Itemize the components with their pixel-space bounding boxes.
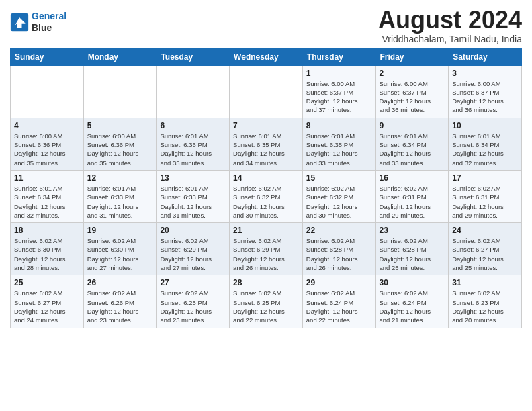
day-number: 9 [380,121,445,130]
day-info: Sunrise: 6:02 AM Sunset: 6:27 PM Dayligh… [452,236,518,272]
calendar-body: 1Sunrise: 6:00 AM Sunset: 6:37 PM Daylig… [11,65,522,328]
day-info: Sunrise: 6:00 AM Sunset: 6:36 PM Dayligh… [87,132,153,167]
calendar-week-row: 1Sunrise: 6:00 AM Sunset: 6:37 PM Daylig… [11,65,522,118]
day-number: 21 [233,226,299,235]
logo: General Blue [10,11,66,34]
day-number: 11 [14,173,80,183]
day-number: 27 [160,278,226,287]
calendar-cell: 26Sunrise: 6:02 AM Sunset: 6:26 PM Dayli… [83,275,157,328]
calendar-cell: 6Sunrise: 6:01 AM Sunset: 6:36 PM Daylig… [157,118,230,170]
calendar-week-row: 11Sunrise: 6:01 AM Sunset: 6:34 PM Dayli… [11,170,522,222]
calendar-cell: 19Sunrise: 6:02 AM Sunset: 6:30 PM Dayli… [83,223,157,275]
weekday-header-cell: Wednesday [230,48,303,65]
day-info: Sunrise: 6:02 AM Sunset: 6:25 PM Dayligh… [160,289,226,324]
calendar-cell: 22Sunrise: 6:02 AM Sunset: 6:28 PM Dayli… [302,223,375,275]
weekday-header-cell: Thursday [302,48,375,65]
calendar-cell: 11Sunrise: 6:01 AM Sunset: 6:34 PM Dayli… [11,170,84,222]
calendar-title: August 2024 [378,7,522,34]
calendar-cell: 16Sunrise: 6:02 AM Sunset: 6:31 PM Dayli… [375,170,449,222]
calendar-subtitle: Vriddhachalam, Tamil Nadu, India [378,34,522,44]
calendar-cell [11,65,84,118]
day-info: Sunrise: 6:02 AM Sunset: 6:28 PM Dayligh… [380,236,445,272]
weekday-header-cell: Sunday [11,48,84,65]
weekday-header-cell: Saturday [449,48,522,65]
day-number: 10 [452,121,518,130]
day-number: 16 [380,173,445,183]
calendar-cell: 29Sunrise: 6:02 AM Sunset: 6:24 PM Dayli… [302,275,375,328]
calendar-cell: 4Sunrise: 6:00 AM Sunset: 6:36 PM Daylig… [11,118,84,170]
calendar-cell: 10Sunrise: 6:01 AM Sunset: 6:34 PM Dayli… [449,118,522,170]
day-info: Sunrise: 6:02 AM Sunset: 6:29 PM Dayligh… [160,236,226,272]
day-info: Sunrise: 6:02 AM Sunset: 6:31 PM Dayligh… [452,184,518,220]
day-info: Sunrise: 6:02 AM Sunset: 6:27 PM Dayligh… [14,289,80,324]
day-info: Sunrise: 6:01 AM Sunset: 6:36 PM Dayligh… [160,132,226,167]
day-info: Sunrise: 6:00 AM Sunset: 6:37 PM Dayligh… [306,79,372,115]
calendar-cell: 24Sunrise: 6:02 AM Sunset: 6:27 PM Dayli… [449,223,522,275]
day-info: Sunrise: 6:01 AM Sunset: 6:33 PM Dayligh… [160,184,226,220]
day-info: Sunrise: 6:01 AM Sunset: 6:34 PM Dayligh… [452,132,518,167]
day-info: Sunrise: 6:02 AM Sunset: 6:24 PM Dayligh… [380,289,445,324]
day-number: 1 [306,68,372,78]
calendar-week-row: 25Sunrise: 6:02 AM Sunset: 6:27 PM Dayli… [11,275,522,328]
calendar-cell [83,65,157,118]
calendar-cell: 3Sunrise: 6:00 AM Sunset: 6:37 PM Daylig… [449,65,522,118]
day-info: Sunrise: 6:02 AM Sunset: 6:25 PM Dayligh… [233,289,299,324]
calendar-cell: 7Sunrise: 6:01 AM Sunset: 6:35 PM Daylig… [230,118,303,170]
header: General Blue August 2024 Vriddhachalam, … [10,7,522,44]
day-number: 8 [306,121,372,130]
calendar-cell: 21Sunrise: 6:02 AM Sunset: 6:29 PM Dayli… [230,223,303,275]
day-number: 22 [306,226,372,235]
day-number: 29 [306,278,372,287]
calendar-cell [230,65,303,118]
day-info: Sunrise: 6:02 AM Sunset: 6:31 PM Dayligh… [380,184,445,220]
calendar-cell: 20Sunrise: 6:02 AM Sunset: 6:29 PM Dayli… [157,223,230,275]
title-area: August 2024 Vriddhachalam, Tamil Nadu, I… [378,7,522,44]
weekday-header-cell: Friday [375,48,449,65]
day-info: Sunrise: 6:01 AM Sunset: 6:35 PM Dayligh… [233,132,299,167]
day-number: 31 [452,278,518,287]
calendar-cell: 27Sunrise: 6:02 AM Sunset: 6:25 PM Dayli… [157,275,230,328]
calendar-cell: 31Sunrise: 6:02 AM Sunset: 6:23 PM Dayli… [449,275,522,328]
calendar-cell: 23Sunrise: 6:02 AM Sunset: 6:28 PM Dayli… [375,223,449,275]
day-info: Sunrise: 6:00 AM Sunset: 6:37 PM Dayligh… [452,79,518,115]
day-number: 19 [87,226,153,235]
calendar-week-row: 18Sunrise: 6:02 AM Sunset: 6:30 PM Dayli… [11,223,522,275]
day-number: 2 [380,68,445,78]
calendar-cell: 30Sunrise: 6:02 AM Sunset: 6:24 PM Dayli… [375,275,449,328]
weekday-header-cell: Tuesday [157,48,230,65]
day-info: Sunrise: 6:02 AM Sunset: 6:29 PM Dayligh… [233,236,299,272]
day-info: Sunrise: 6:02 AM Sunset: 6:32 PM Dayligh… [306,184,372,220]
weekday-header-row: SundayMondayTuesdayWednesdayThursdayFrid… [11,48,522,65]
day-info: Sunrise: 6:01 AM Sunset: 6:33 PM Dayligh… [87,184,153,220]
day-number: 13 [160,173,226,183]
day-number: 4 [14,121,80,130]
calendar-cell: 18Sunrise: 6:02 AM Sunset: 6:30 PM Dayli… [11,223,84,275]
calendar-table: SundayMondayTuesdayWednesdayThursdayFrid… [10,48,522,328]
day-number: 26 [87,278,153,287]
day-info: Sunrise: 6:02 AM Sunset: 6:32 PM Dayligh… [233,184,299,220]
calendar-cell: 12Sunrise: 6:01 AM Sunset: 6:33 PM Dayli… [83,170,157,222]
day-number: 20 [160,226,226,235]
day-number: 25 [14,278,80,287]
day-info: Sunrise: 6:02 AM Sunset: 6:30 PM Dayligh… [14,236,80,272]
day-info: Sunrise: 6:02 AM Sunset: 6:30 PM Dayligh… [87,236,153,272]
day-number: 30 [380,278,445,287]
calendar-week-row: 4Sunrise: 6:00 AM Sunset: 6:36 PM Daylig… [11,118,522,170]
day-info: Sunrise: 6:00 AM Sunset: 6:37 PM Dayligh… [380,79,445,115]
calendar-cell: 13Sunrise: 6:01 AM Sunset: 6:33 PM Dayli… [157,170,230,222]
day-info: Sunrise: 6:00 AM Sunset: 6:36 PM Dayligh… [14,132,80,167]
calendar-cell: 17Sunrise: 6:02 AM Sunset: 6:31 PM Dayli… [449,170,522,222]
logo-icon [10,13,29,32]
day-number: 24 [452,226,518,235]
day-info: Sunrise: 6:02 AM Sunset: 6:23 PM Dayligh… [452,289,518,324]
day-number: 15 [306,173,372,183]
calendar-cell: 28Sunrise: 6:02 AM Sunset: 6:25 PM Dayli… [230,275,303,328]
weekday-header-cell: Monday [83,48,157,65]
day-info: Sunrise: 6:02 AM Sunset: 6:28 PM Dayligh… [306,236,372,272]
day-number: 17 [452,173,518,183]
day-info: Sunrise: 6:01 AM Sunset: 6:35 PM Dayligh… [306,132,372,167]
day-info: Sunrise: 6:01 AM Sunset: 6:34 PM Dayligh… [380,132,445,167]
day-number: 7 [233,121,299,130]
day-number: 5 [87,121,153,130]
calendar-cell [157,65,230,118]
